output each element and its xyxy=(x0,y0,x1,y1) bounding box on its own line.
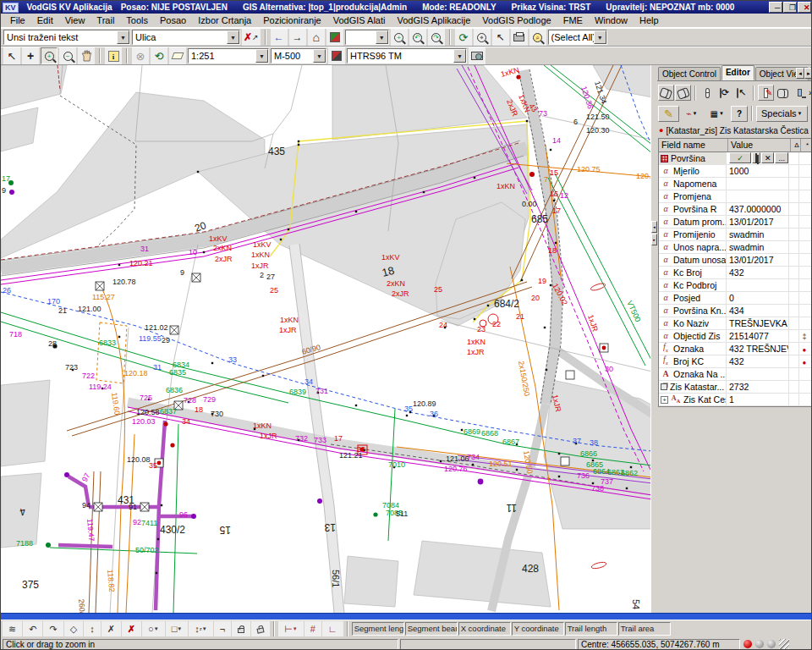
layer-filter-combo[interactable]: (Select All)▼ xyxy=(548,30,607,45)
mouse-rotate-icon[interactable]: ⟳ xyxy=(716,85,732,101)
trail-length-field[interactable]: Trail length xyxy=(565,622,617,636)
field-row-zis-katastar-[interactable]: Zis Katastar...2732 xyxy=(659,381,811,394)
snap-vertex-icon[interactable]: ↕ xyxy=(84,621,101,636)
field-value[interactable]: 1000 xyxy=(727,165,789,177)
mouse-pick-icon[interactable]: ↖ xyxy=(733,85,749,101)
stamp-tool-icon[interactable]: ▦▼ xyxy=(704,106,729,122)
field-value[interactable] xyxy=(727,190,789,202)
menu-item-fme[interactable]: FME xyxy=(557,14,589,26)
menu-item-pozicioniranje[interactable]: Pozicioniranje xyxy=(257,14,326,26)
field-value[interactable]: 432 TREŠNJEVKA xyxy=(727,343,789,355)
field-row-napomena[interactable]: αNapomena xyxy=(659,178,811,190)
field-row-oznaka-na-[interactable]: AOznaka Na ... xyxy=(659,368,811,381)
field-value[interactable]: 1 xyxy=(727,394,789,405)
field-row-ko-naziv[interactable]: αKo NazivTREŠNJEVKA xyxy=(659,317,811,330)
field-value[interactable]: swadmin xyxy=(727,241,789,253)
chevron-down-icon[interactable]: ▼ xyxy=(313,49,326,63)
field-row-kc-broj[interactable]: αKc Broj432 xyxy=(659,267,811,279)
field-value[interactable] xyxy=(727,368,789,380)
menu-item-tools[interactable]: Tools xyxy=(120,14,154,26)
menu-item-vodgis-podloge[interactable]: VodGIS Podloge xyxy=(476,14,557,26)
field-value[interactable]: 2732 xyxy=(727,381,789,393)
zoom-selection-icon[interactable]: ⌖ xyxy=(474,29,491,46)
field-row-promjena[interactable]: αPromjena xyxy=(659,190,811,203)
zoom-in-tool-icon[interactable]: + xyxy=(41,47,58,64)
print-icon[interactable] xyxy=(511,29,528,46)
chevron-down-icon[interactable]: ▼ xyxy=(453,49,466,63)
field-value[interactable]: 13/01/2017 xyxy=(727,216,789,228)
field-value[interactable]: 437.0000000 xyxy=(727,203,789,215)
trim-tool-icon[interactable]: ¬ xyxy=(214,621,231,636)
grid-snap-icon[interactable]: # xyxy=(304,621,321,636)
menu-item-view[interactable]: View xyxy=(59,14,91,26)
menu-item-vodgis-aplikacije[interactable]: VodGIS Aplikacije xyxy=(391,14,476,26)
layer-colors-icon[interactable] xyxy=(328,47,345,64)
field-value[interactable]: 21514077 xyxy=(727,330,789,342)
field-row-datum-unosa[interactable]: αDatum unosa13/01/2017 xyxy=(659,254,811,267)
menu-item-posao[interactable]: Posao xyxy=(154,14,192,26)
find-layer-icon[interactable]: ⌕ xyxy=(529,29,546,46)
map-series-combo[interactable]: M-500▼ xyxy=(271,48,326,63)
field-row-oznaka[interactable]: fxOznaka432 TREŠNJEVKA● xyxy=(659,343,811,355)
chevron-down-icon[interactable]: ▼ xyxy=(117,30,129,44)
redo-vertex-icon[interactable]: ↷ xyxy=(43,621,63,636)
field-row-povr-ina-r[interactable]: αPovršina R437.0000000 xyxy=(659,203,811,216)
rectangle-tool-icon[interactable]: □▼ xyxy=(166,621,189,636)
chevron-down-icon[interactable]: ▼ xyxy=(376,30,388,44)
field-value[interactable]: swadmin xyxy=(727,229,789,240)
undo-vertex-icon[interactable]: ↶ xyxy=(23,621,42,636)
menu-item-izbor-crtanja[interactable]: Izbor Crtanja xyxy=(192,14,257,26)
field-row-zis-kat-cest-[interactable]: +AAZis Kat Cest...1 xyxy=(659,394,811,406)
field-row-datum-prom-[interactable]: αDatum prom...13/01/2017 xyxy=(659,216,811,229)
tab-object-control[interactable]: Object Control xyxy=(658,67,721,80)
col-extra-2[interactable]: * xyxy=(801,139,811,151)
zoom-in-region-icon[interactable]: + xyxy=(391,29,408,46)
more-button[interactable]: ... xyxy=(775,152,788,163)
field-value[interactable]: 434 xyxy=(727,305,789,317)
zoom-scale-combo[interactable]: ▼ xyxy=(345,30,389,45)
menu-item-file[interactable]: File xyxy=(4,14,31,26)
col-value[interactable]: Value xyxy=(728,139,791,151)
search-text-combo[interactable]: Unsi traženi tekst▼ xyxy=(3,30,130,45)
field-row-povr-ina[interactable]: Površina✓✕... xyxy=(659,152,811,165)
refresh-page-icon[interactable]: ⟲ xyxy=(151,47,167,64)
trail-area-field[interactable]: Trail area xyxy=(618,622,671,636)
zoom-next-icon[interactable]: ↷ xyxy=(428,29,445,46)
delete-trail-icon[interactable]: ✗ xyxy=(122,621,141,636)
field-row-povr-ina-kn-[interactable]: αPovršina Kn...434 xyxy=(659,305,811,317)
field-row-broj-kc[interactable]: fxBroj KC432● xyxy=(659,355,811,368)
circle-tool-icon[interactable]: ○▼ xyxy=(142,621,165,636)
col-field-name[interactable]: Field name xyxy=(659,139,728,151)
help-icon[interactable]: ? xyxy=(731,106,748,122)
field-value[interactable]: TREŠNJEVKA xyxy=(727,317,789,329)
confirm-button[interactable]: ✓ xyxy=(729,152,751,163)
edit-pencil-icon[interactable]: ✎ xyxy=(658,106,679,122)
field-row-promijenio[interactable]: αPromijenioswadmin xyxy=(659,229,811,241)
menu-item-vodgis-alati[interactable]: VodGIS Alati xyxy=(327,14,392,26)
chevron-down-icon[interactable]: ▼ xyxy=(227,30,239,44)
tab-scroll-left-icon[interactable]: ◄ xyxy=(796,68,804,79)
locate-icon[interactable]: ✗↗ xyxy=(242,29,261,46)
overview-map-icon[interactable] xyxy=(326,29,343,46)
map-panel-splitter[interactable]: ◂ ▸ xyxy=(650,65,657,613)
segment-length-field[interactable]: Segment length xyxy=(352,622,404,636)
field-row-objectid-zis[interactable]: αObjectid Zis21514077‡ xyxy=(659,330,811,343)
pan-hand-icon[interactable] xyxy=(78,47,95,64)
y-coordinate-field[interactable]: Y coordinate xyxy=(512,622,564,636)
specials-button[interactable]: Specials▼ xyxy=(756,106,808,122)
search-category-combo[interactable]: Ulica▼ xyxy=(132,30,240,45)
field-row-mjerilo[interactable]: αMjerilo1000 xyxy=(659,165,811,178)
close-polygon-icon[interactable]: ◇ xyxy=(64,621,83,636)
field-value[interactable]: 432 xyxy=(727,355,789,367)
toolbar-overflow-chevron[interactable]: » xyxy=(809,88,812,97)
attach-object-icon[interactable] xyxy=(658,85,674,101)
menu-item-help[interactable]: Help xyxy=(634,14,665,26)
resize-grip[interactable] xyxy=(779,639,789,649)
splitter-expand-icon[interactable]: ▸ xyxy=(651,234,657,245)
field-value[interactable]: 432 xyxy=(727,267,789,278)
field-value[interactable] xyxy=(727,178,789,190)
close-button[interactable]: ✕ xyxy=(798,2,811,13)
col-extra-1[interactable]: Δ xyxy=(791,139,801,151)
field-value[interactable] xyxy=(727,279,789,291)
forward-arrow-icon[interactable]: → xyxy=(289,29,306,46)
